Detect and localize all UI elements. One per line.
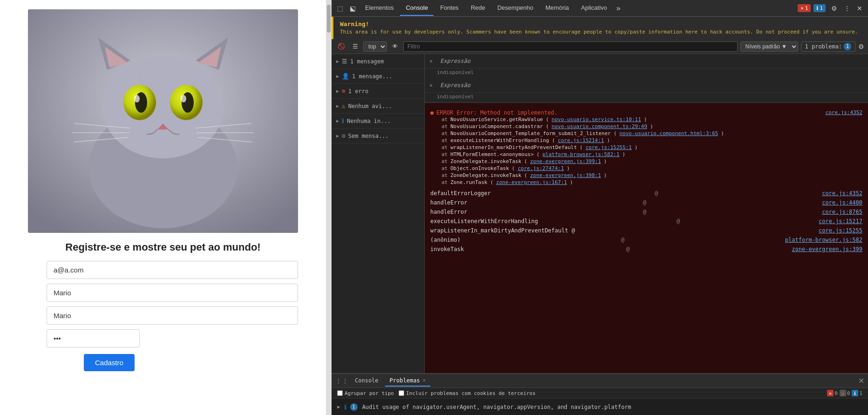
console-settings-icon[interactable]: ⚙ bbox=[858, 43, 864, 50]
problems-label: 1 problema: bbox=[805, 43, 842, 50]
user-icon: 👤 bbox=[342, 73, 349, 80]
svg-point-12 bbox=[181, 95, 186, 102]
close-devtools-button[interactable]: ✕ bbox=[854, 3, 865, 14]
eye-icon[interactable]: 👁 bbox=[390, 42, 400, 51]
problems-badge[interactable]: 1 problema: 1 bbox=[801, 41, 855, 52]
group-by-type-checkbox-label[interactable]: Agrupar por tipo bbox=[337, 390, 394, 396]
stack-line-6: at ZoneDelegate.invokeTask (zone-evergre… bbox=[430, 158, 862, 165]
bottom-panel-content: ▶ ℹ 1 Audit usage of navigator.userAgent… bbox=[332, 399, 868, 415]
console-toolbar: 🚫 ☰ top 👁 Níveis padrão ▼ 1 problema: 1 … bbox=[332, 39, 868, 54]
error-first-line: ● ERROR Error: Method not implemented. c… bbox=[430, 109, 862, 116]
clear-console-icon[interactable]: 🚫 bbox=[335, 42, 347, 51]
messages-label: 1 mensagem bbox=[350, 58, 384, 65]
cat-image bbox=[28, 9, 298, 233]
sidebar-toggle-icon[interactable]: ☰ bbox=[350, 42, 360, 51]
tab-fontes[interactable]: Fontes bbox=[434, 0, 464, 16]
device-icon[interactable]: ⬕ bbox=[347, 3, 359, 14]
password-field-group bbox=[47, 329, 298, 347]
info-badge-icon: ℹ bbox=[852, 390, 858, 396]
bottom-panel-tabs: ⋮⋮ Console Problemas ✕ ✕ bbox=[332, 374, 868, 388]
error-x-icon: ✕ bbox=[800, 5, 804, 11]
user-messages-label: 1 mensage... bbox=[352, 73, 393, 80]
submit-button[interactable]: Cadastro bbox=[84, 354, 135, 371]
group-by-type-checkbox[interactable] bbox=[337, 390, 343, 396]
sidebar-item-warnings[interactable]: ▶ ⚠ Nenhum avi... bbox=[332, 99, 424, 114]
console-main: ▶ ☰ 1 mensagem ▶ 👤 1 mensage... ▶ ⊗ 1 er… bbox=[332, 54, 868, 373]
func-call-5: (anônimo) @ platform-browser.js:582 bbox=[425, 235, 868, 245]
error-bullet-icon: ● bbox=[430, 109, 434, 116]
expression-close-2[interactable]: ✕ bbox=[429, 82, 433, 88]
sidebar-item-info[interactable]: ▶ ℹ Nenhuma in... bbox=[332, 114, 424, 129]
close-bottom-panel-button[interactable]: ✕ bbox=[858, 376, 864, 385]
info-icon: ℹ bbox=[816, 5, 818, 11]
sidebar-item-messages[interactable]: ▶ ☰ 1 mensagem bbox=[332, 54, 424, 69]
expand-arrow-messages: ▶ bbox=[336, 59, 339, 64]
cookies-checkbox[interactable] bbox=[399, 390, 404, 396]
func-call-3: executeListenerWithErrorHandling @ core.… bbox=[425, 217, 868, 226]
problems-count: 1 bbox=[844, 43, 851, 50]
expand-arrow-warnings: ▶ bbox=[336, 103, 339, 109]
bottom-panel-toolbar: Agrupar por tipo Incluir problemas com c… bbox=[332, 388, 868, 399]
stack-line-8: at ZoneDelegate.invokeTask (zone-evergre… bbox=[430, 172, 862, 179]
inspect-icon[interactable]: ⬚ bbox=[334, 3, 346, 14]
tab-problems[interactable]: Problemas ✕ bbox=[385, 375, 431, 387]
info-label: Nenhuma in... bbox=[347, 118, 391, 124]
cookies-checkbox-label[interactable]: Incluir problemas com cookies de terceir… bbox=[399, 390, 536, 396]
email-field-group bbox=[47, 261, 298, 279]
devtools-panel: ⬚ ⬕ Elementos Console Fontes Rede Desemp… bbox=[332, 0, 868, 415]
verbose-label: Sem mensa... bbox=[348, 133, 389, 139]
more-options-icon[interactable]: ⋮ bbox=[841, 3, 853, 14]
error-count: 1 bbox=[805, 5, 808, 11]
warning-problems-badge: ⚠ 0 bbox=[840, 390, 850, 396]
expand-arrow-user: ▶ bbox=[336, 74, 339, 79]
sidebar-item-verbose[interactable]: ▶ ⚙ Sem mensa... bbox=[332, 129, 424, 143]
stack-line-1: at NovoUsuarioComponent.cadastrar (novo-… bbox=[430, 123, 862, 130]
svg-point-11 bbox=[134, 95, 140, 102]
warning-title: Warning! bbox=[340, 20, 861, 27]
levels-selector[interactable]: Níveis padrão ▼ bbox=[740, 41, 798, 52]
password-input[interactable] bbox=[47, 329, 140, 347]
more-tabs-button[interactable]: » bbox=[614, 2, 624, 14]
tab-aplicativo[interactable]: Aplicativo bbox=[576, 0, 613, 16]
lastname-input[interactable] bbox=[47, 306, 298, 325]
tab-console[interactable]: Console bbox=[400, 0, 434, 16]
stack-line-2: at NovoUsuarioComponent_Template_form_su… bbox=[430, 130, 862, 137]
sidebar-item-user-messages[interactable]: ▶ 👤 1 mensage... bbox=[332, 69, 424, 84]
warning-banner: Warning! This area is for use by develop… bbox=[332, 17, 868, 39]
stack-line-0: at NovoUsuarioService.getRawValue (novo-… bbox=[430, 116, 862, 123]
sidebar-item-errors[interactable]: ▶ ⊗ 1 erro bbox=[332, 84, 424, 99]
lastname-field-group bbox=[47, 306, 298, 325]
scroll-thumb[interactable] bbox=[327, 5, 331, 33]
settings-icon[interactable]: ⚙ bbox=[828, 3, 840, 14]
tagline: Registre-se e mostre seu pet ao mundo! bbox=[65, 241, 260, 253]
error-log: ● ERROR Error: Method not implemented. c… bbox=[425, 103, 868, 373]
info-badge: ℹ 1 bbox=[814, 4, 826, 12]
warning-badge-icon: ⚠ bbox=[840, 390, 846, 396]
tab-desempenho[interactable]: Desempenho bbox=[492, 0, 539, 16]
expression-value-1: indisponível bbox=[425, 68, 868, 78]
tab-memoria[interactable]: Memória bbox=[540, 0, 575, 16]
registration-form: Cadastro bbox=[9, 261, 317, 371]
context-selector[interactable]: top bbox=[363, 41, 387, 52]
name-field-group bbox=[47, 284, 298, 302]
error-file-link[interactable]: core.js:4352 bbox=[826, 109, 862, 116]
tab-console-bottom[interactable]: Console bbox=[350, 375, 383, 387]
warnings-label: Nenhum avi... bbox=[348, 103, 392, 109]
console-sidebar: ▶ ☰ 1 mensagem ▶ 👤 1 mensage... ▶ ⊗ 1 er… bbox=[332, 54, 425, 373]
audit-expand-arrow[interactable]: ▶ bbox=[337, 404, 340, 410]
expression-row-2: ✕ Expressão bbox=[425, 78, 868, 93]
close-problems-tab[interactable]: ✕ bbox=[423, 377, 426, 383]
email-input[interactable] bbox=[47, 261, 298, 279]
error-block: ● ERROR Error: Method not implemented. c… bbox=[425, 107, 868, 189]
name-input[interactable] bbox=[47, 284, 298, 302]
devtools-topbar: ⬚ ⬕ Elementos Console Fontes Rede Desemp… bbox=[332, 0, 868, 17]
audit-count-badge: 1 bbox=[350, 403, 358, 411]
tab-rede[interactable]: Rede bbox=[465, 0, 491, 16]
info-count: 1 bbox=[820, 5, 823, 11]
expression-close-1[interactable]: ✕ bbox=[429, 58, 433, 64]
filter-input[interactable] bbox=[403, 41, 738, 52]
web-page: Registre-se e mostre seu pet ao mundo! C… bbox=[0, 0, 326, 415]
errors-label: 1 erro bbox=[348, 88, 368, 95]
tab-elementos[interactable]: Elementos bbox=[359, 0, 399, 16]
bottom-drag-icon[interactable]: ⋮⋮ bbox=[335, 377, 348, 385]
